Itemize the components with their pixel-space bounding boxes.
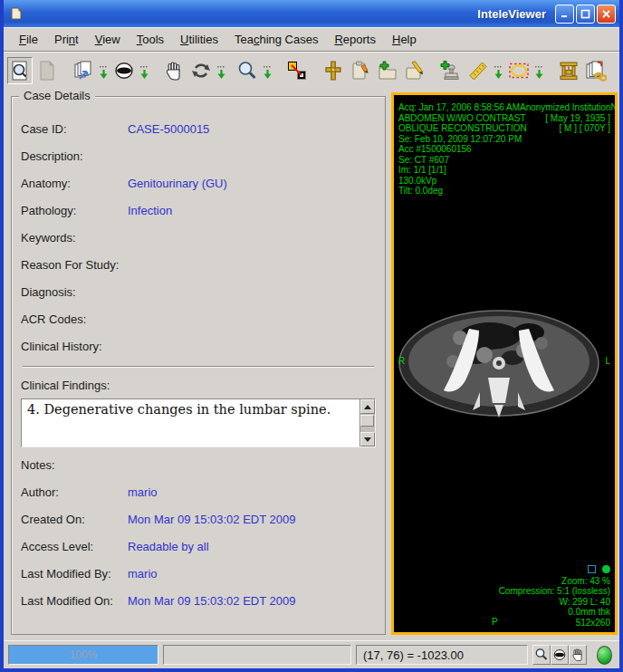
toolbar	[4, 51, 619, 89]
layout-button[interactable]	[556, 57, 581, 84]
window-level-icon	[113, 60, 135, 82]
case-details-title: Case Details	[19, 89, 95, 102]
refresh-button[interactable]	[188, 57, 214, 84]
menu-view[interactable]: View	[87, 30, 129, 49]
stack-indicator-square-icon	[588, 565, 596, 573]
window-level-dropdown-arrow[interactable]	[139, 57, 150, 84]
scroll-down-button[interactable]	[360, 432, 375, 446]
quick-window-level-button[interactable]	[551, 645, 569, 665]
ct-axial-image	[397, 305, 618, 441]
window-level-button[interactable]	[111, 57, 137, 84]
quick-zoom-button[interactable]	[532, 645, 551, 665]
hand-icon	[163, 60, 185, 82]
birth-date: [ May 19, 1935 ]	[545, 113, 610, 124]
findings-scrollbar[interactable]	[359, 399, 375, 446]
kvp-value: 130.0kVp	[398, 176, 436, 187]
refresh-dropdown-arrow[interactable]	[216, 57, 227, 84]
ellipse-roi-icon	[508, 60, 530, 82]
field-value: Mon Mar 09 15:03:02 EDT 2009	[128, 594, 296, 608]
pixel-value-readout: (17, 76) = -1023.00	[363, 648, 464, 662]
field-label: Last Modified On:	[21, 594, 128, 608]
menu-help[interactable]: Help	[384, 30, 425, 49]
add-folder-button[interactable]	[375, 57, 400, 84]
ellipse-roi-dropdown-arrow[interactable]	[533, 57, 545, 84]
annotate-button[interactable]	[402, 57, 427, 84]
ruler-dropdown-arrow[interactable]	[493, 57, 504, 84]
field-label: Keywords:	[21, 231, 128, 245]
scrollbar-thumb[interactable]	[360, 415, 374, 427]
field-value: Readable by all	[128, 540, 209, 553]
green-down-arrow-icon	[99, 66, 109, 81]
gold-cross-button[interactable]	[321, 57, 346, 84]
add-stamp-button[interactable]	[438, 57, 464, 84]
title-bar[interactable]: InteleViewer	[4, 0, 619, 27]
quick-tools	[532, 645, 587, 665]
magnifier-icon	[236, 60, 258, 82]
field-label: Case ID:	[21, 122, 128, 136]
clipboard-pencil-icon	[350, 60, 371, 82]
ct-scanner-layout-icon	[558, 60, 580, 82]
field-last-modified-by: Last Modified By: mario	[21, 560, 376, 587]
menu-teaching-cases[interactable]: Teaching Cases	[226, 30, 327, 49]
field-label: Last Modified By:	[21, 567, 128, 581]
field-label: ACR Codes:	[21, 312, 128, 326]
sex-age: [ M ] [ 070Y ]	[559, 123, 610, 134]
localizer-button[interactable]	[284, 57, 310, 84]
connection-status-led	[597, 646, 612, 665]
study-description: ABDOMEN W/WO CONTRAST	[398, 113, 526, 124]
case-details-groupbox: Case Details Case ID: CASE-5000015 Descr…	[11, 96, 386, 635]
maximize-button[interactable]	[576, 5, 595, 24]
window-level-icon	[552, 648, 567, 662]
series-description: OBLIQUE RECONSTRUCTION	[398, 123, 527, 134]
main-area: Case Details Case ID: CASE-5000015 Descr…	[4, 89, 619, 640]
scrollbar-track[interactable]	[360, 414, 375, 432]
field-case-id: Case ID: CASE-5000015	[21, 115, 376, 142]
field-label: Diagnosis:	[21, 285, 128, 299]
ruler-button[interactable]	[465, 57, 491, 84]
accession-number: Acc #1500060156	[398, 144, 472, 155]
quick-pan-button[interactable]	[569, 645, 587, 665]
clipboard-edit-button[interactable]	[348, 57, 373, 84]
field-label: Description:	[21, 149, 128, 163]
zoom-dropdown-arrow[interactable]	[262, 57, 273, 84]
case-browser-button[interactable]	[7, 57, 33, 84]
menu-reports[interactable]: Reports	[326, 30, 384, 49]
green-down-arrow-icon	[494, 66, 503, 81]
field-access-level: Access Level: Readable by all	[21, 533, 376, 560]
hand-icon	[570, 648, 585, 662]
field-created-on: Created On: Mon Mar 09 15:03:02 EDT 2009	[21, 505, 376, 533]
loaded-indicator-dot-icon	[602, 565, 610, 573]
overlay-bottom-text: Zoom: 43 % Compression: 5:1 (lossless) W…	[499, 565, 610, 629]
report-icon	[36, 60, 58, 82]
status-message-panel	[163, 645, 351, 665]
field-diagnosis: Diagnosis:	[21, 278, 376, 305]
menu-print[interactable]: Print	[46, 30, 87, 49]
clinical-findings-textarea[interactable]: 4. Degenerative changes in the lumbar sp…	[22, 399, 359, 446]
ellipse-roi-button[interactable]	[506, 57, 532, 84]
stack-navigation-button[interactable]	[71, 57, 96, 84]
menu-tools[interactable]: Tools	[129, 30, 172, 49]
matrix-readout: 512x260	[499, 618, 610, 629]
field-description: Description:	[21, 142, 376, 169]
field-label: Pathology:	[21, 204, 128, 217]
field-label: Access Level:	[21, 540, 128, 553]
minimize-button[interactable]	[555, 5, 574, 24]
menu-file[interactable]: File	[11, 30, 46, 49]
scroll-up-button[interactable]	[360, 399, 375, 414]
green-down-arrow-icon	[534, 66, 544, 81]
app-icon	[9, 6, 24, 21]
report-button-disabled	[34, 57, 60, 84]
image-number: Im: 1/1 [1/1]	[398, 165, 446, 176]
green-down-arrow-icon	[263, 66, 273, 81]
close-button[interactable]	[597, 5, 616, 24]
window-title: InteleViewer	[477, 7, 546, 21]
progress-bar: 100%	[8, 645, 158, 665]
zoom-button[interactable]	[235, 57, 260, 84]
field-acr-codes: ACR Codes:	[21, 305, 376, 332]
magnifier-icon	[534, 648, 549, 662]
image-viewport[interactable]: Acq: Jan 17, 2006 8:58:56 AMAnonymized I…	[391, 92, 618, 635]
link-stacks-button[interactable]	[583, 57, 609, 84]
pan-button[interactable]	[161, 57, 187, 84]
stack-dropdown-arrow[interactable]	[98, 57, 110, 84]
menu-utilities[interactable]: Utilities	[172, 30, 226, 49]
